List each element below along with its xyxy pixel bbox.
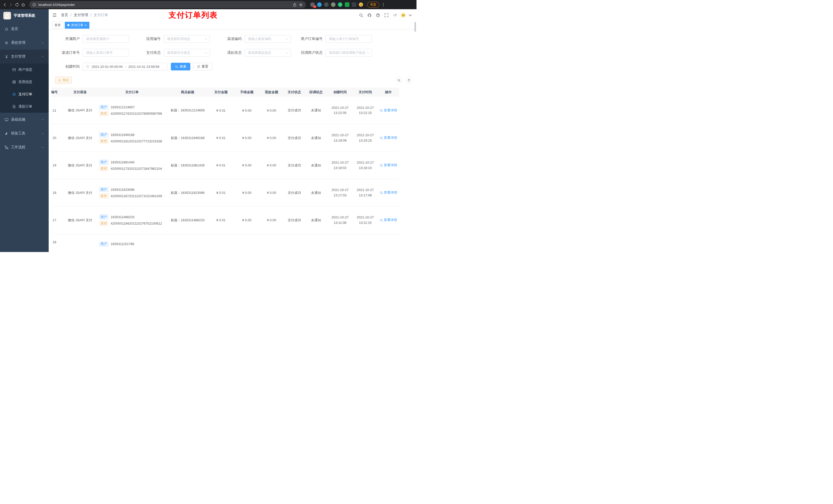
reset-button-label: 重置 [201, 64, 208, 69]
sidebar-item-label: 首页 [11, 27, 18, 31]
placeholder-text: 请输入渠道编码 [248, 37, 285, 41]
filter-select-1-2[interactable]: 请选择退款状态 [245, 49, 291, 56]
avatar-caret-icon[interactable] [408, 13, 412, 18]
browser-home-button[interactable] [21, 3, 25, 7]
filter-select-1-3[interactable]: 请选择订单回调商户状态 [326, 49, 372, 56]
action-cell: 查看详情 [378, 207, 399, 234]
placeholder-text: 请选择支付状态 [167, 50, 204, 55]
extension-square-icon[interactable] [345, 2, 349, 7]
date-line: 2021-10-27 [328, 133, 352, 138]
doc-icon [12, 105, 16, 108]
extension-drop-icon[interactable] [317, 2, 322, 7]
tab-1[interactable]: 支付订单× [65, 22, 89, 29]
toggle-search-button[interactable] [396, 77, 402, 84]
browser-back-button[interactable] [3, 3, 7, 7]
extension-puzzle-icon[interactable]: 10 [310, 2, 315, 7]
filter-label: 应用编号 [132, 37, 164, 41]
extension-icon-dark[interactable] [324, 2, 329, 7]
filter-input-0-0[interactable]: 请选择所属商户 [83, 35, 129, 43]
date-separator: - [125, 65, 126, 69]
merchant-order-no: 1635311151786 [111, 242, 134, 246]
merchant-order-no: 1635311949168 [111, 133, 135, 137]
view-detail-link[interactable]: 查看详情 [380, 218, 397, 222]
notify-status-cell: 未通知 [305, 179, 327, 207]
help-icon[interactable] [376, 13, 380, 18]
date-start-value: 2021-10-01 00:00:00 [92, 65, 123, 69]
table-row: 17微信 JSAPI 支付商户1635311468233支付4200001194… [51, 207, 399, 234]
header: 首页/支付管理/支付订单 支付订单列表 TT [49, 9, 416, 21]
browser-menu-icon[interactable] [381, 3, 385, 7]
sidebar-item-9[interactable]: 工作流程 [0, 140, 49, 154]
browser-update-button[interactable]: 更新 [367, 2, 379, 8]
sidebar-item-5[interactable]: 支付订单 [0, 88, 49, 100]
tab-0[interactable]: 首页 [52, 22, 63, 29]
scrollbar-thumb[interactable] [414, 22, 416, 32]
browser-forward-button[interactable] [9, 3, 13, 7]
pay-channel-cell: 微信 JSAPI 支付 [64, 152, 96, 179]
filter-input-0-3[interactable]: 请输入商户订单编号 [326, 35, 372, 43]
filter-select-0-1[interactable]: 请选择应用信息 [164, 35, 210, 43]
pay-order-line: 支付4200001174202110278060590766 [99, 111, 167, 116]
pay-status-cell: 支付成功 [284, 124, 305, 152]
view-detail-link[interactable]: 查看详情 [380, 136, 397, 140]
user-avatar[interactable] [401, 13, 405, 18]
reset-button[interactable]: 重置 [193, 63, 212, 70]
extension-check-icon[interactable]: ✓ [338, 2, 342, 7]
address-bar[interactable]: localhost:1024/pay/order [29, 1, 306, 8]
share-icon[interactable] [293, 3, 296, 7]
filter-field: 回调商户状态请选择订单回调商户状态 [294, 49, 375, 56]
search-button[interactable]: 搜索 [171, 63, 190, 70]
extension-icon-olive[interactable] [331, 2, 336, 7]
refresh-table-button[interactable] [405, 77, 412, 84]
sidebar-item-0[interactable]: 首页 [0, 22, 49, 36]
pay-amount-cell: ¥ 0.01 [208, 152, 234, 179]
fullscreen-icon[interactable] [384, 13, 388, 18]
sidebar-item-1[interactable]: 系统管理 [0, 36, 49, 50]
sidebar-item-2[interactable]: 支付管理 [0, 50, 49, 64]
tab-label: 支付订单 [71, 23, 83, 27]
breadcrumb-item[interactable]: 首页 [61, 13, 68, 18]
header-search-icon[interactable] [359, 13, 363, 18]
view-detail-link[interactable]: 查看详情 [380, 163, 397, 167]
pay-order-no: 4200001181202110277723215336 [111, 139, 162, 143]
bookmark-star-icon[interactable] [299, 3, 303, 7]
sidebar-item-4[interactable]: 应用信息 [0, 76, 49, 88]
pay-order-line: 支付4200001167202110271022491439 [99, 193, 167, 198]
sidebar-menu: 首页系统管理支付管理商户信息应用信息支付订单退款订单基础设施研发工具工作流程 [0, 22, 49, 252]
breadcrumb-item[interactable]: 支付管理 [74, 13, 88, 18]
chevron-down-icon [41, 146, 44, 149]
product-title-cell [168, 234, 208, 252]
sidebar-item-7[interactable]: 基础设施 [0, 113, 49, 126]
time-line: 13:18:10 [354, 165, 377, 171]
refund-amount-cell: ¥ 0.00 [259, 152, 284, 179]
filter-input-1-0[interactable]: 请输入渠道订单号 [83, 49, 129, 56]
column-header: 商品标题 [168, 88, 208, 97]
site-info-icon[interactable] [32, 3, 36, 7]
view-detail-link[interactable]: 查看详情 [380, 108, 397, 113]
browser-profile-avatar[interactable] [359, 2, 363, 7]
sidebar-item-3[interactable]: 商户信息 [0, 64, 49, 76]
placeholder-text: 请选择所属商户 [86, 37, 127, 41]
tab-close-icon[interactable]: × [85, 24, 87, 27]
sidebar-item-label: 支付订单 [19, 92, 32, 97]
font-size-icon[interactable]: TT [393, 13, 397, 18]
pay-tag: 支付 [99, 111, 109, 116]
placeholder-text: 请选择订单回调商户状态 [329, 50, 365, 55]
sidebar-item-6[interactable]: 退款订单 [0, 100, 49, 113]
chevron-down-icon [41, 132, 44, 135]
view-detail-link[interactable]: 查看详情 [380, 190, 397, 195]
extension-pin-icon[interactable] [352, 2, 356, 7]
fee-amount-cell: ¥ 0.00 [234, 152, 259, 179]
browser-reload-button[interactable] [15, 3, 19, 7]
product-title-cell: 标题：1635311823086 [168, 179, 208, 207]
merchant-tag: 商户 [99, 105, 109, 110]
date-range-picker[interactable]: 2021-10-01 00:00:00 - 2021-10-31 23:59:5… [83, 63, 167, 70]
sidebar-toggle-icon[interactable] [52, 13, 57, 18]
column-header: 支付状态 [284, 88, 305, 97]
export-button[interactable]: 导出 [55, 77, 72, 84]
sidebar-item-8[interactable]: 研发工具 [0, 126, 49, 140]
filter-select-0-2[interactable]: 请输入渠道编码 [245, 35, 291, 43]
github-icon[interactable] [367, 13, 372, 18]
filter-select-1-1[interactable]: 请选择支付状态 [164, 49, 210, 56]
date-line: 2021-10-27 [354, 215, 377, 220]
